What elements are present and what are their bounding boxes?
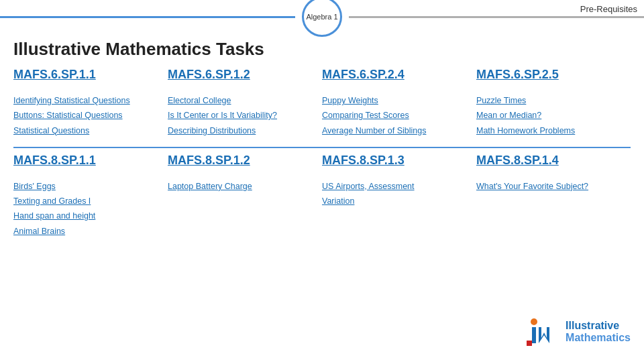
sections-wrapper: MAFS.6.SP.1.1 MAFS.6.SP.1.2 MAFS.6.SP.2.…: [0, 68, 644, 241]
mafs8-col-4: MAFS.8.SP.1.4: [476, 154, 631, 174]
link-us-airports[interactable]: US Airports, Assessment: [322, 181, 470, 192]
top-line-right: [349, 16, 644, 18]
mafs6-links-row: Identifying Statistical Questions Button…: [13, 95, 631, 140]
mafs8-col-1: MAFS.8.SP.1.1: [13, 154, 168, 174]
link-describing-distributions[interactable]: Describing Distributions: [168, 125, 315, 136]
link-puppy-weights[interactable]: Puppy Weights: [322, 95, 470, 106]
mafs8-col-3: MAFS.8.SP.1.3: [322, 154, 476, 174]
mafs6-links-col-1: Identifying Statistical Questions Button…: [13, 95, 168, 140]
link-texting-grades[interactable]: Texting and Grades I: [13, 196, 161, 206]
mafs8-links-col-1: Birds' Eggs Texting and Grades I Hand sp…: [13, 181, 168, 241]
logo-text-block: Illustrative Mathematics: [566, 320, 631, 344]
mafs6sp25-header[interactable]: MAFS.6.SP.2.5: [476, 68, 624, 82]
mafs6sp12-header[interactable]: MAFS.6.SP.1.2: [168, 68, 315, 82]
link-variation[interactable]: Variation: [322, 196, 470, 206]
link-animal-brains[interactable]: Animal Brains: [13, 226, 161, 237]
mafs6sp24-header[interactable]: MAFS.6.SP.2.4: [322, 68, 470, 82]
link-puzzle-times[interactable]: Puzzle Times: [476, 95, 624, 106]
link-birds-eggs[interactable]: Birds' Eggs: [13, 181, 161, 192]
algebra-badge: Algebra 1: [302, 0, 342, 37]
link-average-number-siblings[interactable]: Average Number of Siblings: [322, 125, 470, 136]
top-line-left: [0, 16, 295, 18]
link-buttons-statistical-questions[interactable]: Buttons: Statistical Questions: [13, 110, 161, 121]
page-title: Illustrative Mathematics Tasks: [0, 34, 644, 68]
mafs8-links-row: Birds' Eggs Texting and Grades I Hand sp…: [13, 181, 631, 241]
mafs8-links-col-4: What's Your Favorite Subject?: [476, 181, 631, 241]
link-hand-span-height[interactable]: Hand span and height: [13, 210, 161, 221]
link-identifying-statistical-questions[interactable]: Identifying Statistical Questions: [13, 95, 161, 106]
top-bar: Algebra 1 Pre-Requisites: [0, 0, 644, 34]
logo-area: Illustrative Mathematics: [525, 315, 631, 349]
badge-text: Algebra 1: [306, 13, 337, 21]
mafs6-col-4: MAFS.6.SP.2.5: [476, 68, 631, 88]
svg-rect-3: [527, 341, 532, 346]
mafs8-col-2: MAFS.8.SP.1.2: [168, 154, 322, 174]
mafs8sp13-header[interactable]: MAFS.8.SP.1.3: [322, 154, 470, 168]
pre-req-label: Pre-Requisites: [580, 4, 637, 14]
link-comparing-test-scores[interactable]: Comparing Test Scores: [322, 110, 470, 121]
mafs6sp11-header[interactable]: MAFS.6.SP.1.1: [13, 68, 161, 82]
mafs6-col-1: MAFS.6.SP.1.1: [13, 68, 168, 88]
link-math-homework-problems[interactable]: Math Homework Problems: [476, 125, 624, 136]
section-divider: [13, 147, 631, 148]
mafs8sp14-header[interactable]: MAFS.8.SP.1.4: [476, 154, 624, 168]
mafs8-links-col-3: US Airports, Assessment Variation: [322, 181, 476, 241]
link-mean-or-median[interactable]: Mean or Median?: [476, 110, 624, 121]
logo-mathematics-text: Mathematics: [566, 332, 631, 344]
mafs6-col-3: MAFS.6.SP.2.4: [322, 68, 476, 88]
link-electoral-college[interactable]: Electoral College: [168, 95, 315, 106]
svg-rect-2: [532, 327, 536, 343]
mafs8sp12-header[interactable]: MAFS.8.SP.1.2: [168, 154, 315, 168]
link-favorite-subject[interactable]: What's Your Favorite Subject?: [476, 181, 624, 192]
link-laptop-battery[interactable]: Laptop Battery Charge: [168, 181, 315, 192]
mafs6-col-2: MAFS.6.SP.1.2: [168, 68, 322, 88]
link-statistical-questions[interactable]: Statistical Questions: [13, 125, 161, 136]
mafs8sp11-header[interactable]: MAFS.8.SP.1.1: [13, 154, 161, 168]
mafs6-links-col-4: Puzzle Times Mean or Median? Math Homewo…: [476, 95, 631, 140]
mafs6-links-col-3: Puppy Weights Comparing Test Scores Aver…: [322, 95, 476, 140]
mafs8-links-col-2: Laptop Battery Charge: [168, 181, 322, 241]
mafs6-links-col-2: Electoral College Is It Center or Is It …: [168, 95, 322, 140]
im-logo-icon: [525, 315, 559, 349]
link-is-it-center-variability[interactable]: Is It Center or Is It Variability?: [168, 110, 315, 121]
mafs8-headers-row: MAFS.8.SP.1.1 MAFS.8.SP.1.2 MAFS.8.SP.1.…: [13, 154, 631, 174]
svg-marker-1: [539, 327, 549, 343]
logo-illustrative-text: Illustrative: [566, 320, 631, 332]
mafs6-headers-row: MAFS.6.SP.1.1 MAFS.6.SP.1.2 MAFS.6.SP.2.…: [13, 68, 631, 88]
svg-point-0: [531, 318, 537, 325]
